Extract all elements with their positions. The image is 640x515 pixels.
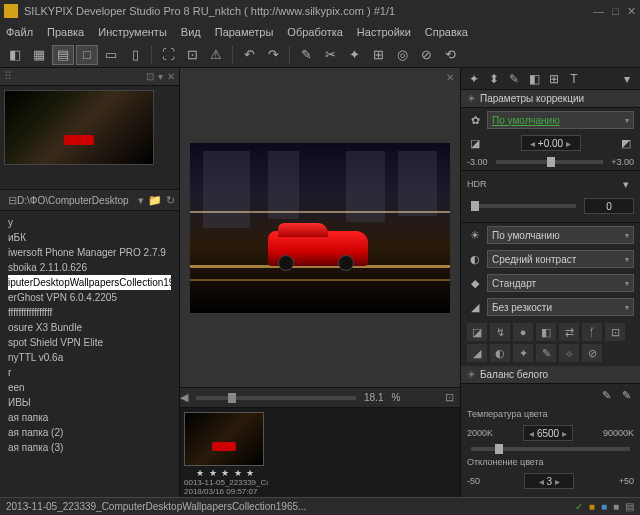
layout-5-icon[interactable]: ▭ [100, 45, 122, 65]
t5-icon[interactable]: ⇄ [559, 323, 579, 341]
menu-view[interactable]: Вид [181, 26, 201, 38]
rtool-5-icon[interactable]: ⊞ [545, 70, 563, 88]
tool-c-icon[interactable]: ✦ [343, 45, 365, 65]
panel-zoom-icon[interactable]: ⊡ [146, 71, 154, 82]
contrast-select[interactable]: Средний контраст [487, 250, 634, 268]
preset-select[interactable]: По умолчанию [487, 111, 634, 129]
layout-1-icon[interactable]: ◧ [4, 45, 26, 65]
layout-6-icon[interactable]: ▯ [124, 45, 146, 65]
close-button[interactable]: ✕ [627, 5, 636, 18]
t3-icon[interactable]: ● [513, 323, 533, 341]
navigator-thumbnail[interactable] [4, 90, 154, 165]
t13-icon[interactable]: ⊘ [582, 344, 602, 362]
fit-icon[interactable]: ⊡ [181, 45, 203, 65]
wb-preset-select[interactable]: По умолчанию [487, 226, 634, 244]
maximize-button[interactable]: □ [612, 5, 619, 18]
hdr-value[interactable]: 0 [584, 198, 634, 214]
tool-d-icon[interactable]: ⊞ [367, 45, 389, 65]
list-item-selected[interactable]: iputerDesktopWallpapersCollection196 [8, 275, 171, 290]
t12-icon[interactable]: ⟐ [559, 344, 579, 362]
dropdown-icon[interactable]: ▾ [138, 194, 144, 207]
zoom-slider[interactable] [196, 396, 356, 400]
tool-e-icon[interactable]: ◎ [391, 45, 413, 65]
t11-icon[interactable]: ✎ [536, 344, 556, 362]
status-3-icon[interactable]: ■ [613, 501, 619, 512]
image-viewer[interactable]: ✕ [180, 68, 460, 387]
status-ok-icon[interactable]: ✓ [575, 501, 583, 512]
picker1-icon[interactable]: ✎ [598, 387, 614, 403]
list-item[interactable]: ая папка [8, 410, 171, 425]
panel-close-icon[interactable]: ✕ [167, 71, 175, 82]
list-item[interactable]: ая папка (2) [8, 425, 171, 440]
menu-help[interactable]: Справка [425, 26, 468, 38]
t8-icon[interactable]: ◢ [467, 344, 487, 362]
temp-slider[interactable] [471, 447, 630, 451]
t2-icon[interactable]: ↯ [490, 323, 510, 341]
tint-value[interactable]: 3 [547, 476, 553, 487]
rating-stars[interactable]: ★ ★ ★ ★ ★ [184, 468, 268, 478]
folder-icon[interactable]: 📁 [148, 194, 162, 207]
status-1-icon[interactable]: ■ [589, 501, 595, 512]
minimize-button[interactable]: — [593, 5, 604, 18]
exposure-min-icon[interactable]: ◪ [467, 135, 483, 151]
list-item[interactable]: iwersoft Phone Manager PRO 2.7.9 [8, 245, 171, 260]
t7-icon[interactable]: ⊡ [605, 323, 625, 341]
menu-params[interactable]: Параметры [215, 26, 274, 38]
list-item[interactable]: ая папка (3) [8, 440, 171, 455]
standard-select[interactable]: Стандарт [487, 274, 634, 292]
folder-path[interactable]: D:\ФО\ComputerDesktop [17, 195, 134, 206]
list-item[interactable]: nyTTL v0.6a [8, 350, 171, 365]
layout-2-icon[interactable]: ▦ [28, 45, 50, 65]
drive-icon[interactable]: ⊟ [8, 194, 17, 207]
hdr-opt-icon[interactable]: ▾ [618, 176, 634, 192]
layout-3-icon[interactable]: ▤ [52, 45, 74, 65]
menu-edit[interactable]: Правка [47, 26, 84, 38]
tool-b-icon[interactable]: ✂ [319, 45, 341, 65]
exposure-value[interactable]: +0.00 [538, 138, 563, 149]
menu-file[interactable]: Файл [6, 26, 33, 38]
rtool-2-icon[interactable]: ⬍ [485, 70, 503, 88]
gear-icon[interactable]: ✿ [467, 112, 483, 128]
list-item[interactable]: sboika 2.11.0.626 [8, 260, 171, 275]
temp-value[interactable]: 6500 [537, 428, 559, 439]
panel-opt-icon[interactable]: ▾ [158, 71, 163, 82]
t10-icon[interactable]: ✦ [513, 344, 533, 362]
tool-f-icon[interactable]: ⊘ [415, 45, 437, 65]
list-item[interactable]: у [8, 215, 171, 230]
rtool-opt-icon[interactable]: ▾ [618, 70, 636, 88]
list-item[interactable]: ИВЫ [8, 395, 171, 410]
status-2-icon[interactable]: ■ [601, 501, 607, 512]
tool-g-icon[interactable]: ⟲ [439, 45, 461, 65]
list-item[interactable]: fffffffffffffffff [8, 305, 171, 320]
palette-icon[interactable]: ◆ [467, 275, 483, 291]
t1-icon[interactable]: ◪ [467, 323, 487, 341]
list-item[interactable]: иБК [8, 230, 171, 245]
filmstrip-thumb[interactable] [184, 412, 264, 466]
status-4-icon[interactable]: ▤ [625, 501, 634, 512]
rtool-3-icon[interactable]: ✎ [505, 70, 523, 88]
t9-icon[interactable]: ◐ [490, 344, 510, 362]
hdr-slider[interactable] [471, 204, 576, 208]
rtool-4-icon[interactable]: ◧ [525, 70, 543, 88]
refresh-icon[interactable]: ↻ [166, 194, 175, 207]
list-item[interactable]: spot Shield VPN Elite [8, 335, 171, 350]
zoom-handle-left-icon[interactable]: ◀ [180, 391, 188, 404]
redo-icon[interactable]: ↷ [262, 45, 284, 65]
sharp-select[interactable]: Без резкости [487, 298, 634, 316]
rtool-6-icon[interactable]: T [565, 70, 583, 88]
wb-icon[interactable]: ☀ [467, 227, 483, 243]
fullscreen-icon[interactable]: ⛶ [157, 45, 179, 65]
list-item[interactable]: osure X3 Bundle [8, 320, 171, 335]
contrast-icon[interactable]: ◐ [467, 251, 483, 267]
list-item[interactable]: r [8, 365, 171, 380]
t4-icon[interactable]: ◧ [536, 323, 556, 341]
exposure-slider[interactable] [496, 160, 604, 164]
menu-tools[interactable]: Инструменты [98, 26, 167, 38]
sharp-icon[interactable]: ◢ [467, 299, 483, 315]
layout-4-icon[interactable]: □ [76, 45, 98, 65]
warning-icon[interactable]: ⚠ [205, 45, 227, 65]
tool-a-icon[interactable]: ✎ [295, 45, 317, 65]
list-item[interactable]: erGhost VPN 6.0.4.2205 [8, 290, 171, 305]
undo-icon[interactable]: ↶ [238, 45, 260, 65]
menu-settings[interactable]: Настройки [357, 26, 411, 38]
